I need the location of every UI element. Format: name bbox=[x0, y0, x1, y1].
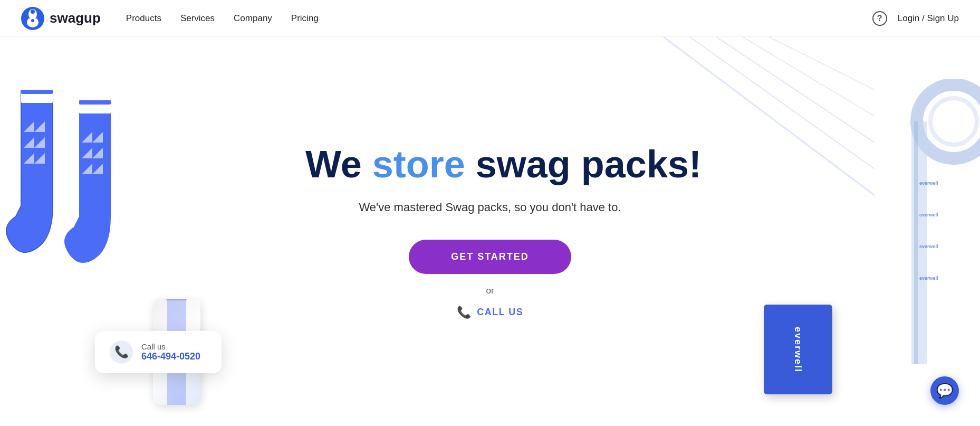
svg-line-5 bbox=[690, 37, 875, 169]
header: swagup Products Services Company Pricing… bbox=[0, 0, 980, 37]
hero-section: everwell everwell everwell We bbox=[0, 37, 980, 426]
logo[interactable]: swagup bbox=[21, 7, 101, 30]
chat-icon: 💬 bbox=[936, 383, 953, 399]
svg-text:everwell: everwell bbox=[919, 181, 938, 186]
svg-text:everwell: everwell bbox=[54, 163, 61, 185]
svg-point-28 bbox=[930, 98, 977, 145]
hero-center: We store swag packs! We've mastered Swag… bbox=[305, 144, 675, 319]
svg-text:everwell: everwell bbox=[112, 173, 119, 196]
hero-subtitle: We've mastered Swag packs, so you don't … bbox=[305, 201, 675, 214]
or-text: or bbox=[305, 286, 675, 296]
chat-bubble-button[interactable]: 💬 bbox=[930, 376, 959, 405]
nav-products[interactable]: Products bbox=[126, 13, 161, 24]
nav-services[interactable]: Services bbox=[180, 13, 215, 24]
sock-2: everwell bbox=[63, 100, 127, 269]
phone-icon: 📞 bbox=[457, 306, 472, 319]
header-right: ? Login / Sign Up bbox=[872, 11, 959, 26]
svg-line-8 bbox=[769, 37, 875, 90]
svg-text:everwell: everwell bbox=[919, 244, 938, 249]
svg-point-3 bbox=[31, 19, 34, 22]
svg-point-2 bbox=[31, 10, 35, 14]
svg-rect-29 bbox=[911, 121, 927, 364]
nav-pricing[interactable]: Pricing bbox=[291, 13, 319, 24]
product-tape: everwell everwell everwell everwell bbox=[885, 79, 980, 370]
get-started-button[interactable]: GET STARTED bbox=[409, 240, 571, 274]
logo-text: swagup bbox=[50, 10, 101, 26]
nav-company[interactable]: Company bbox=[234, 13, 272, 24]
hero-title-part1: We bbox=[305, 143, 372, 185]
help-icon[interactable]: ? bbox=[872, 11, 887, 26]
header-left: swagup Products Services Company Pricing bbox=[21, 7, 319, 30]
main-nav: Products Services Company Pricing bbox=[126, 13, 319, 24]
svg-rect-26 bbox=[79, 100, 111, 105]
svg-text:everwell: everwell bbox=[919, 212, 938, 217]
svg-text:everwell: everwell bbox=[919, 276, 938, 281]
svg-line-7 bbox=[743, 37, 875, 116]
call-tooltip: 📞 Call us 646-494-0520 bbox=[95, 331, 222, 373]
product-notebook: everwell bbox=[764, 305, 832, 394]
hero-title: We store swag packs! bbox=[305, 144, 675, 185]
call-us-label: CALL US bbox=[477, 307, 523, 318]
call-us-link[interactable]: 📞 CALL US bbox=[305, 306, 675, 319]
svg-rect-30 bbox=[914, 121, 918, 364]
svg-line-6 bbox=[716, 37, 875, 143]
login-signup-link[interactable]: Login / Sign Up bbox=[898, 13, 959, 24]
hero-title-part2: swag packs! bbox=[465, 143, 702, 185]
logo-icon bbox=[21, 7, 44, 30]
svg-rect-17 bbox=[21, 90, 53, 94]
tooltip-label: Call us bbox=[141, 342, 200, 351]
hero-title-highlight: store bbox=[372, 143, 465, 185]
notebook-label: everwell bbox=[793, 326, 804, 372]
tooltip-text: Call us 646-494-0520 bbox=[141, 342, 200, 362]
tooltip-number[interactable]: 646-494-0520 bbox=[141, 351, 200, 362]
tooltip-phone-icon: 📞 bbox=[110, 340, 133, 364]
sock-1: everwell bbox=[5, 90, 69, 259]
